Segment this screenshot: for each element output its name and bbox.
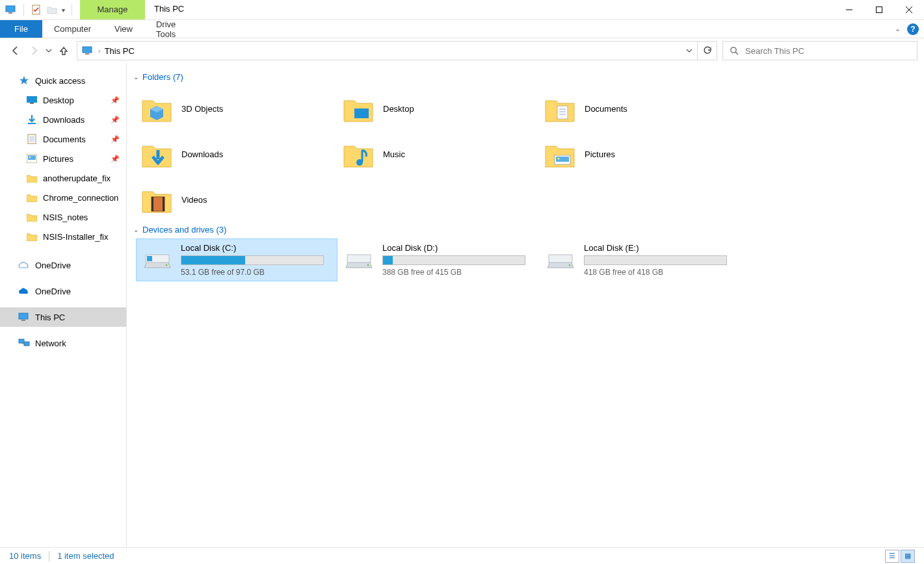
svg-rect-0 <box>6 6 15 12</box>
folder-desktop[interactable]: Desktop <box>337 86 539 131</box>
qat-dropdown-icon[interactable]: ▾ <box>62 6 65 14</box>
svg-rect-4 <box>877 7 882 13</box>
ribbon-collapse-icon[interactable]: ⌄ <box>895 25 901 33</box>
recent-locations-dropdown[interactable] <box>43 42 55 60</box>
tab-computer[interactable]: Computer <box>42 20 103 38</box>
sidebar-network[interactable]: Network <box>0 333 126 353</box>
drive-label: Local Disk (C:) <box>181 243 324 253</box>
svg-point-34 <box>558 158 560 160</box>
breadcrumb-chevron-icon[interactable]: › <box>98 47 101 55</box>
svg-rect-8 <box>85 53 89 55</box>
folder-label: Pictures <box>585 149 615 159</box>
sidebar-item-pictures[interactable]: Pictures 📌 <box>0 149 126 168</box>
status-bar: 10 items 1 item selected ☰ ▦ <box>0 547 924 564</box>
status-selection: 1 item selected <box>57 551 114 561</box>
drive-label: Local Disk (E:) <box>584 243 727 253</box>
status-item-count: 10 items <box>9 551 41 561</box>
folders-grid: 3D Objects Desktop Documents Downloads M… <box>127 86 924 222</box>
sidebar-onedrive[interactable]: OneDrive <box>0 281 126 301</box>
drive-item[interactable]: Local Disk (C:)53.1 GB free of 97.0 GB <box>136 238 337 281</box>
desktop-folder-icon <box>343 93 374 124</box>
minimize-button[interactable] <box>834 0 864 19</box>
sidebar-item-label: Quick access <box>35 76 85 86</box>
folder-documents[interactable]: Documents <box>539 86 741 131</box>
folder-videos[interactable]: Videos <box>136 177 337 222</box>
svg-rect-19 <box>28 155 36 160</box>
folder-music[interactable]: Music <box>337 131 539 177</box>
maximize-button[interactable] <box>864 0 894 19</box>
chevron-down-icon: ⌄ <box>133 226 139 233</box>
breadcrumb-location[interactable]: This PC <box>103 46 135 56</box>
search-input[interactable] <box>745 46 910 56</box>
folder-3d-objects[interactable]: 3D Objects <box>136 86 337 131</box>
svg-rect-22 <box>21 320 25 321</box>
onedrive-outline-icon <box>18 259 30 271</box>
help-icon[interactable]: ? <box>907 23 919 35</box>
close-button[interactable] <box>894 0 924 19</box>
forward-button[interactable] <box>25 42 43 60</box>
sidebar-item-downloads[interactable]: Downloads 📌 <box>0 110 126 129</box>
folder-label: Documents <box>585 104 627 114</box>
sidebar-item-documents[interactable]: Documents 📌 <box>0 129 126 149</box>
section-header-folders[interactable]: ⌄ Folders (7) <box>127 70 924 86</box>
sidebar-item-label: NSIS-Installer_fix <box>43 232 108 242</box>
sidebar-onedrive[interactable]: OneDrive <box>0 255 126 275</box>
properties-icon[interactable] <box>31 4 42 16</box>
drive-usage-bar <box>584 255 727 265</box>
downloads-icon <box>26 114 38 125</box>
svg-point-20 <box>29 157 31 159</box>
sidebar-item-folder[interactable]: anotherupdate_fix <box>0 168 126 188</box>
tab-file[interactable]: File <box>0 20 42 38</box>
section-header-drives[interactable]: ⌄ Devices and drives (3) <box>127 222 924 238</box>
sidebar-item-folder[interactable]: NSIS-Installer_fix <box>0 227 126 246</box>
svg-rect-1 <box>8 12 12 14</box>
sidebar-quick-access[interactable]: Quick access <box>0 71 126 90</box>
tab-drive-tools[interactable]: Drive Tools <box>144 20 209 38</box>
thispc-icon <box>18 311 30 323</box>
sidebar-item-label: NSIS_notes <box>43 212 88 222</box>
folder-icon <box>26 231 38 242</box>
tab-view[interactable]: View <box>103 20 144 38</box>
section-title: Folders (7) <box>142 72 183 82</box>
sidebar-item-label: Pictures <box>43 154 73 164</box>
svg-rect-36 <box>152 197 153 211</box>
folder-icon <box>26 211 38 223</box>
sidebar-item-desktop[interactable]: Desktop 📌 <box>0 90 126 110</box>
3dobjects-icon <box>141 93 172 124</box>
address-bar[interactable]: › This PC <box>77 41 717 60</box>
documents-folder-icon <box>544 93 575 124</box>
back-button[interactable] <box>7 42 25 60</box>
folder-pictures[interactable]: Pictures <box>539 131 741 177</box>
sidebar-item-folder[interactable]: Chrome_connection <box>0 188 126 207</box>
drive-free-text: 53.1 GB free of 97.0 GB <box>181 268 324 277</box>
drive-icon <box>142 244 173 276</box>
pictures-icon <box>26 153 38 164</box>
ribbon-tabs: File Computer View Drive Tools ⌄ ? <box>0 20 924 38</box>
address-history-dropdown[interactable] <box>680 42 697 60</box>
sidebar-item-label: OneDrive <box>35 261 71 270</box>
folder-label: Music <box>383 149 405 159</box>
drive-label: Local Disk (D:) <box>382 243 525 253</box>
sidebar-this-pc[interactable]: This PC <box>0 307 126 327</box>
documents-icon <box>26 133 38 145</box>
view-large-icons-button[interactable]: ▦ <box>901 550 915 563</box>
sidebar-item-folder[interactable]: NSIS_notes <box>0 207 126 227</box>
svg-point-31 <box>356 159 363 166</box>
search-box[interactable] <box>722 41 917 60</box>
separator <box>72 4 72 16</box>
up-button[interactable] <box>55 42 73 60</box>
music-folder-icon <box>343 138 374 170</box>
folder-downloads[interactable]: Downloads <box>136 131 337 177</box>
separator <box>23 4 24 16</box>
svg-rect-7 <box>83 47 92 53</box>
manage-context-tab[interactable]: Manage <box>80 0 145 19</box>
view-details-button[interactable]: ☰ <box>885 550 899 563</box>
thispc-icon <box>80 46 96 55</box>
newfolder-icon[interactable] <box>46 4 58 16</box>
pin-icon: 📌 <box>111 116 120 124</box>
refresh-button[interactable] <box>697 42 717 60</box>
sidebar-item-label: Documents <box>43 135 86 144</box>
svg-rect-37 <box>163 197 165 211</box>
drive-item[interactable]: Local Disk (D:)388 GB free of 415 GB <box>337 238 539 281</box>
drive-item[interactable]: Local Disk (E:)418 GB free of 418 GB <box>539 238 741 281</box>
